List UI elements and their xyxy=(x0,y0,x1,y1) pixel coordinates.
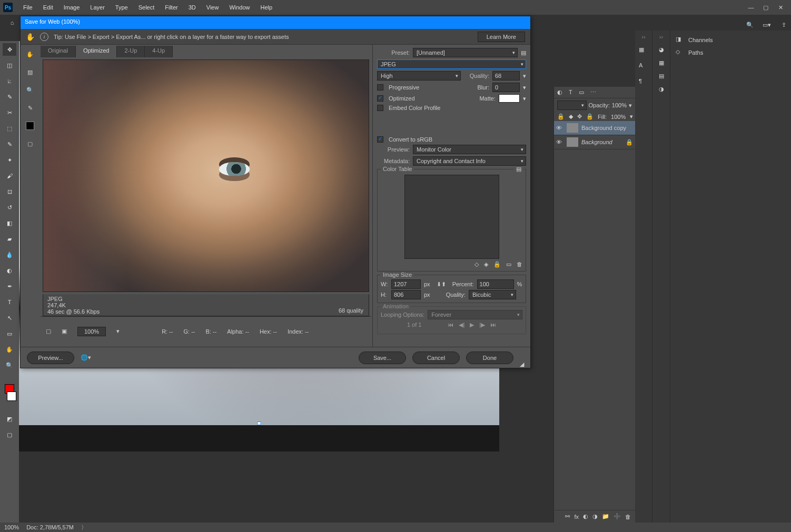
lasso-tool[interactable]: ⟀ xyxy=(3,75,16,87)
paragraph-icon[interactable]: ¶ xyxy=(639,78,648,87)
progressive-checkbox[interactable] xyxy=(377,84,383,91)
marquee-tool[interactable]: ◫ xyxy=(3,59,16,72)
metadata-dropdown[interactable]: Copyright and Contact Info xyxy=(413,156,526,166)
eyedropper-tool[interactable]: ✎ xyxy=(23,102,37,114)
zoom-level[interactable]: 100% xyxy=(4,524,19,530)
menu-filter[interactable]: Filter xyxy=(160,4,183,11)
channels-panel-tab[interactable]: ◨ Channels xyxy=(673,34,789,46)
icon-85[interactable]: ▦ xyxy=(639,46,648,56)
eyedropper-color[interactable] xyxy=(23,119,37,132)
embed-profile-checkbox[interactable] xyxy=(377,105,383,111)
ct-icon-2[interactable]: ◈ xyxy=(484,261,488,268)
layer-row-background[interactable]: 👁 Background 🔒 xyxy=(554,135,635,149)
layer-thumbnail[interactable] xyxy=(567,137,578,147)
quickmask-icon[interactable]: ◩ xyxy=(3,413,16,425)
panel-handle-icon[interactable]: ›› xyxy=(641,34,645,40)
more-icon[interactable]: ⋯ xyxy=(590,89,596,96)
quick-select-tool[interactable]: ✎ xyxy=(3,91,16,103)
tab-original[interactable]: Original xyxy=(41,46,76,57)
crop-panel-icon[interactable]: ▭ xyxy=(579,89,584,96)
convert-srgb-checkbox[interactable] xyxy=(377,136,383,143)
slice-tool[interactable]: ▨ xyxy=(23,66,37,78)
hand-tool[interactable]: ✋ xyxy=(3,343,16,356)
blur-input[interactable]: 0 xyxy=(492,83,520,92)
color-icon[interactable]: ◕ xyxy=(659,46,664,53)
link-icon[interactable]: ⚯ xyxy=(565,513,570,520)
ct-trash-icon[interactable]: 🗑 xyxy=(517,261,522,268)
quality-input[interactable]: 68 xyxy=(492,71,520,81)
eraser-tool[interactable]: ◧ xyxy=(3,217,16,229)
zoom-tool[interactable]: 🔍 xyxy=(23,84,37,96)
circle-icon[interactable]: ◑ xyxy=(659,86,664,93)
gradient-tool[interactable]: ▰ xyxy=(3,233,16,245)
healing-tool[interactable]: ✦ xyxy=(3,154,16,166)
group-icon[interactable]: 📁 xyxy=(602,513,609,520)
fill-value[interactable]: 100% xyxy=(611,114,626,120)
percent-input[interactable]: 100 xyxy=(477,279,514,289)
lock-pixels-icon[interactable]: ◆ xyxy=(569,113,573,120)
type-tool[interactable]: T xyxy=(3,296,16,308)
resample-dropdown[interactable]: Bicubic xyxy=(469,290,516,299)
window-minimize[interactable]: — xyxy=(744,2,758,13)
screenmode-icon[interactable]: ▢ xyxy=(3,428,16,441)
visibility-icon[interactable]: 👁 xyxy=(556,125,563,131)
ct-lock-icon[interactable]: 🔒 xyxy=(493,261,501,268)
tab-2up[interactable]: 2-Up xyxy=(117,46,145,57)
status-chevron-icon[interactable]: 〉 xyxy=(81,524,87,531)
adjustments-icon[interactable]: ◐ xyxy=(557,89,562,96)
path-select-tool[interactable]: ↖ xyxy=(3,312,16,324)
menu-select[interactable]: Select xyxy=(133,4,160,11)
menu-layer[interactable]: Layer xyxy=(85,4,110,11)
eyedropper-tool[interactable]: ✎ xyxy=(3,138,16,150)
share-icon[interactable]: ⇪ xyxy=(778,19,789,30)
zoom-dropdown[interactable]: 100% xyxy=(77,327,106,336)
preset-menu-icon[interactable]: ▤ xyxy=(521,49,526,56)
new-layer-icon[interactable]: ➕ xyxy=(614,513,621,520)
done-button[interactable]: Done xyxy=(466,352,513,364)
slice-visibility[interactable]: ▢ xyxy=(23,137,37,150)
menu-image[interactable]: Image xyxy=(58,4,85,11)
mask-icon[interactable]: ◐ xyxy=(583,513,588,520)
panel-handle-icon[interactable]: ›› xyxy=(659,34,663,40)
search-icon[interactable]: 🔍 xyxy=(745,19,755,30)
home-icon[interactable]: ⌂ xyxy=(6,17,18,28)
window-close[interactable]: ✕ xyxy=(773,2,788,13)
trash-icon[interactable]: 🗑 xyxy=(625,514,631,520)
brush-tool[interactable]: 🖌 xyxy=(3,169,16,182)
color-table[interactable] xyxy=(404,175,499,259)
tab-4up[interactable]: 4-Up xyxy=(145,46,173,57)
dodge-tool[interactable]: ◐ xyxy=(3,264,16,277)
preview-dropdown[interactable]: Monitor Color xyxy=(413,145,526,154)
colortable-menu-icon[interactable]: ▤ xyxy=(514,166,523,173)
format-dropdown[interactable]: JPEG xyxy=(377,59,526,69)
resize-grip-icon[interactable]: ◢ xyxy=(520,361,524,368)
window-maximize[interactable]: ▢ xyxy=(758,2,773,13)
link-icon[interactable]: ⬇⬆ xyxy=(437,281,446,288)
quality-preset-dropdown[interactable]: High xyxy=(377,71,461,81)
ct-new-icon[interactable]: ▭ xyxy=(506,261,511,268)
background-color[interactable] xyxy=(7,392,16,401)
save-button[interactable]: Save... xyxy=(359,352,406,364)
shape-tool[interactable]: ▭ xyxy=(3,327,16,340)
preview-button[interactable]: Preview... xyxy=(27,352,74,364)
gradient-icon[interactable]: ▤ xyxy=(659,73,664,79)
move-tool[interactable]: ✥ xyxy=(3,43,16,56)
lock-position-icon[interactable]: ✥ xyxy=(577,113,582,120)
opacity-value[interactable]: 100% xyxy=(612,102,627,108)
tab-optimized[interactable]: Optimized xyxy=(76,46,117,57)
pen-tool[interactable]: ✒ xyxy=(3,280,16,293)
menu-file[interactable]: File xyxy=(18,4,38,11)
menu-window[interactable]: Window xyxy=(224,4,255,11)
preview-image[interactable] xyxy=(43,59,369,292)
ct-icon-1[interactable]: ◇ xyxy=(474,261,479,268)
optimized-checkbox[interactable] xyxy=(377,95,383,102)
width-input[interactable]: 1207 xyxy=(391,279,421,289)
zoom-tool[interactable]: 🔍 xyxy=(3,359,16,372)
type-panel-icon[interactable]: T xyxy=(569,89,572,96)
menu-view[interactable]: View xyxy=(201,4,224,11)
layer-thumbnail[interactable] xyxy=(567,123,578,133)
menu-edit[interactable]: Edit xyxy=(38,4,58,11)
layer-name[interactable]: Background xyxy=(581,139,612,145)
stamp-tool[interactable]: ⊡ xyxy=(3,185,16,198)
matte-swatch[interactable] xyxy=(499,94,520,103)
